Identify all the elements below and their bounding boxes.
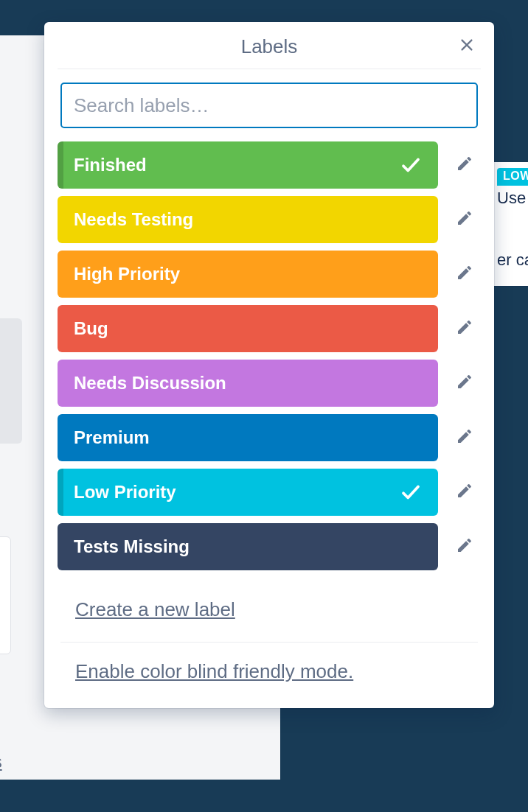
- edit-label-button[interactable]: [448, 203, 481, 236]
- pencil-icon: [456, 155, 473, 175]
- card-title-fragment-2: er ca: [497, 251, 528, 269]
- label-row: Finished: [58, 141, 481, 189]
- edit-label-button[interactable]: [448, 258, 481, 290]
- label-pill[interactable]: Needs Testing: [58, 196, 438, 243]
- pencil-icon: [456, 482, 473, 503]
- label-pill[interactable]: Finished: [58, 141, 438, 189]
- label-row: Needs Discussion: [58, 360, 481, 407]
- label-row: High Priority: [58, 251, 481, 298]
- background-card-fragment: [0, 318, 22, 444]
- create-label-link[interactable]: Create a new label: [58, 581, 481, 626]
- label-row: Low Priority: [58, 469, 481, 516]
- label-row: Premium: [58, 414, 481, 461]
- label-name: Bug: [74, 318, 108, 339]
- pencil-icon: [456, 536, 473, 557]
- close-icon: [459, 37, 475, 56]
- label-row: Needs Testing: [58, 196, 481, 243]
- selected-stripe: [58, 141, 63, 189]
- label-name: Needs Discussion: [74, 373, 226, 393]
- label-name: Tests Missing: [74, 536, 190, 557]
- label-name: Premium: [74, 427, 150, 448]
- card-label-badge: LOW: [497, 168, 528, 186]
- edit-label-button[interactable]: [448, 476, 481, 508]
- label-name: High Priority: [74, 264, 180, 284]
- close-button[interactable]: [454, 34, 479, 59]
- edit-label-button[interactable]: [448, 312, 481, 345]
- edit-label-button[interactable]: [448, 367, 481, 399]
- colorblind-mode-link[interactable]: Enable color blind friendly mode.: [58, 643, 481, 687]
- label-pill[interactable]: Low Priority: [58, 469, 438, 516]
- check-icon: [400, 481, 422, 503]
- label-name: Finished: [74, 155, 147, 175]
- edit-label-button[interactable]: [448, 421, 481, 454]
- search-labels-input[interactable]: [60, 83, 478, 128]
- edit-label-button[interactable]: [448, 149, 481, 181]
- label-pill[interactable]: Bug: [58, 305, 438, 352]
- pencil-icon: [456, 209, 473, 230]
- label-pill[interactable]: High Priority: [58, 251, 438, 298]
- background-card-fragment-2: [0, 536, 11, 654]
- popover-title: Labels: [241, 35, 298, 57]
- search-wrapper: [58, 83, 481, 141]
- pencil-icon: [456, 373, 473, 393]
- labels-list: FinishedNeeds TestingHigh PriorityBugNee…: [58, 141, 481, 581]
- label-pill[interactable]: Premium: [58, 414, 438, 461]
- label-name: Low Priority: [74, 482, 176, 503]
- label-pill[interactable]: Needs Discussion: [58, 360, 438, 407]
- labels-popover: Labels FinishedNeeds TestingHigh Priorit…: [44, 22, 494, 708]
- selected-stripe: [58, 469, 63, 516]
- label-pill[interactable]: Tests Missing: [58, 523, 438, 570]
- label-row: Tests Missing: [58, 523, 481, 570]
- label-row: Bug: [58, 305, 481, 352]
- pencil-icon: [456, 427, 473, 448]
- pencil-icon: [456, 318, 473, 339]
- pencil-icon: [456, 264, 473, 284]
- check-icon: [400, 154, 422, 176]
- background-card-right-2[interactable]: er ca: [491, 242, 528, 286]
- label-name: Needs Testing: [74, 209, 193, 230]
- background-link-fragment[interactable]: ils: [0, 752, 2, 772]
- edit-label-button[interactable]: [448, 531, 481, 563]
- popover-header: Labels: [58, 22, 481, 69]
- card-title-fragment: Use: [497, 189, 528, 208]
